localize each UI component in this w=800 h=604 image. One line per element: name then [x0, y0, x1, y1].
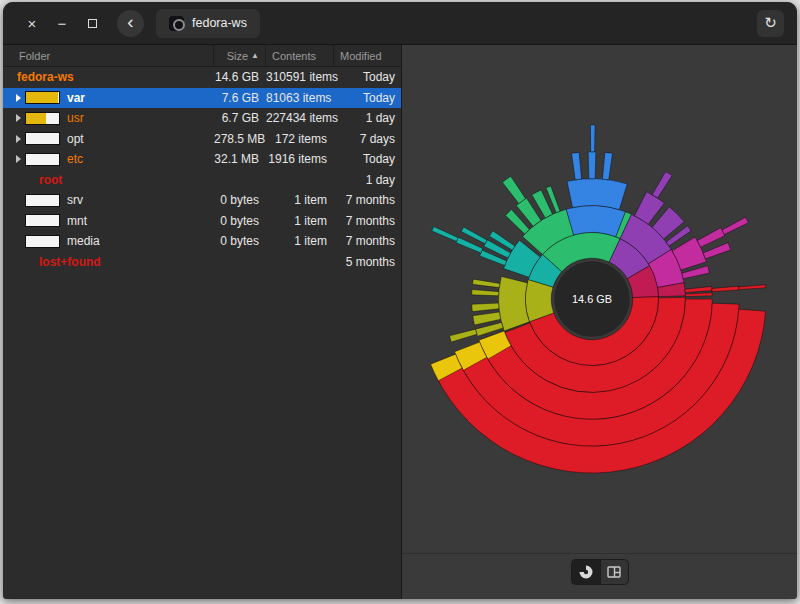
folder-name: usr — [67, 111, 84, 125]
table-row-srv[interactable]: srv0 bytes1 item7 months — [3, 190, 401, 211]
expander-icon[interactable] — [11, 94, 25, 102]
maximize-button[interactable] — [81, 12, 103, 34]
maximize-icon — [88, 19, 97, 28]
chart-segment[interactable] — [502, 176, 525, 203]
cell-folder: etc — [3, 152, 214, 166]
table-row-usr[interactable]: usr6.7 GB227434 items1 day — [3, 108, 401, 129]
folder-name: mnt — [67, 214, 87, 228]
cell-contents: 1916 items — [266, 152, 334, 166]
sort-ascending-icon: ▲ — [251, 51, 259, 60]
chart-segment[interactable] — [697, 228, 725, 248]
chart-segment[interactable] — [684, 286, 711, 292]
headerbar: × − ‹ fedora-ws ↻ — [3, 2, 797, 45]
cell-contents: 172 items — [266, 132, 334, 146]
chart-segment[interactable] — [471, 303, 498, 312]
rings-chart[interactable]: 14.6 GB — [413, 120, 771, 478]
cell-modified: 1 day — [334, 111, 402, 125]
cell-folder: opt — [3, 132, 214, 146]
table-row-root[interactable]: root1 day — [3, 170, 401, 191]
expander-icon[interactable] — [11, 114, 25, 122]
cell-folder: root — [3, 173, 214, 187]
rings-view-button[interactable] — [571, 559, 600, 585]
cell-folder: mnt — [3, 214, 214, 228]
cell-modified: 7 days — [334, 132, 402, 146]
cell-size: 0 bytes — [214, 234, 266, 248]
column-label-modified: Modified — [340, 50, 382, 62]
table-row-fedora-ws[interactable]: fedora-ws14.6 GB310591 itemsToday — [3, 67, 401, 88]
chart-segment[interactable] — [602, 152, 612, 179]
cell-contents: 1 item — [266, 234, 334, 248]
chart-segment[interactable] — [566, 179, 626, 210]
chart-area: 14.6 GB — [402, 45, 797, 553]
chart-segment[interactable] — [472, 279, 499, 287]
window-controls: × − — [3, 12, 103, 34]
cell-modified: 7 months — [334, 193, 402, 207]
cell-size: 0 bytes — [214, 214, 266, 228]
cell-modified: 1 day — [334, 173, 402, 187]
treemap-view-button[interactable] — [600, 559, 629, 585]
usage-bar — [25, 235, 60, 248]
close-button[interactable]: × — [21, 12, 43, 34]
chart-segment[interactable] — [588, 152, 596, 179]
folder-name: opt — [67, 132, 84, 146]
app-window: × − ‹ fedora-ws ↻ Folder Size▲ Contents … — [3, 2, 797, 599]
cell-size: 7.6 GB — [214, 91, 266, 105]
cell-modified: 7 months — [334, 234, 402, 248]
expander-icon[interactable] — [11, 135, 25, 143]
table-row-var[interactable]: var7.6 GB81063 itemsToday — [3, 88, 401, 109]
back-button[interactable]: ‹ — [117, 10, 144, 37]
chart-segment[interactable] — [703, 243, 731, 259]
folder-tree-panel: Folder Size▲ Contents Modified fedora-ws… — [3, 45, 402, 599]
column-label-folder: Folder — [19, 50, 50, 62]
column-label-contents: Contents — [272, 50, 316, 62]
cell-size: 278.5 MB — [214, 132, 266, 146]
chart-segment[interactable] — [471, 290, 498, 296]
usage-bar — [25, 194, 60, 207]
column-header-size[interactable]: Size▲ — [214, 45, 266, 66]
column-label-size: Size — [227, 50, 248, 62]
chart-segment[interactable] — [449, 329, 476, 342]
folder-name: var — [67, 91, 85, 105]
main-content: Folder Size▲ Contents Modified fedora-ws… — [3, 45, 797, 599]
folder-name: etc — [67, 152, 83, 166]
table-row-media[interactable]: media0 bytes1 item7 months — [3, 231, 401, 252]
table-row-opt[interactable]: opt278.5 MB172 items7 days — [3, 129, 401, 150]
column-header-modified[interactable]: Modified — [334, 45, 402, 66]
chart-segment[interactable] — [590, 125, 595, 152]
chart-segment[interactable] — [472, 312, 500, 325]
chart-segment[interactable] — [652, 172, 672, 199]
chart-segment[interactable] — [571, 152, 581, 179]
refresh-button[interactable]: ↻ — [757, 10, 784, 37]
treemap-view-icon — [606, 564, 622, 580]
cell-size: 14.6 GB — [214, 70, 266, 84]
chart-segment[interactable] — [431, 227, 457, 242]
usage-bar — [25, 153, 60, 166]
cell-folder: lost+found — [3, 255, 214, 269]
table-row-lost+found[interactable]: lost+found5 months — [3, 252, 401, 273]
cell-folder: fedora-ws — [3, 70, 214, 84]
chart-panel: 14.6 GB — [402, 45, 797, 599]
chart-segment[interactable] — [498, 276, 529, 331]
cell-size: 6.7 GB — [214, 111, 266, 125]
folder-name: srv — [67, 193, 83, 207]
table-row-etc[interactable]: etc32.1 MB1916 itemsToday — [3, 149, 401, 170]
location-tab[interactable]: fedora-ws — [156, 9, 260, 38]
chart-segment[interactable] — [711, 286, 738, 291]
cell-folder: usr — [3, 111, 214, 125]
disk-usage-app-icon — [169, 16, 184, 31]
view-toolbar — [402, 553, 797, 599]
chart-segment[interactable] — [738, 285, 765, 290]
chart-segment[interactable] — [721, 217, 747, 234]
expander-icon[interactable] — [11, 155, 25, 163]
folder-name: root — [39, 173, 62, 187]
cell-contents: 81063 items — [266, 91, 334, 105]
chart-segment[interactable] — [566, 206, 625, 237]
minimize-button[interactable]: − — [51, 12, 73, 34]
cell-folder: media — [3, 234, 214, 248]
chart-segment[interactable] — [685, 293, 712, 297]
table-row-mnt[interactable]: mnt0 bytes1 item7 months — [3, 211, 401, 232]
cell-contents: 1 item — [266, 193, 334, 207]
usage-bar — [25, 214, 60, 227]
column-header-contents[interactable]: Contents — [266, 45, 334, 66]
column-header-folder[interactable]: Folder — [3, 45, 214, 66]
